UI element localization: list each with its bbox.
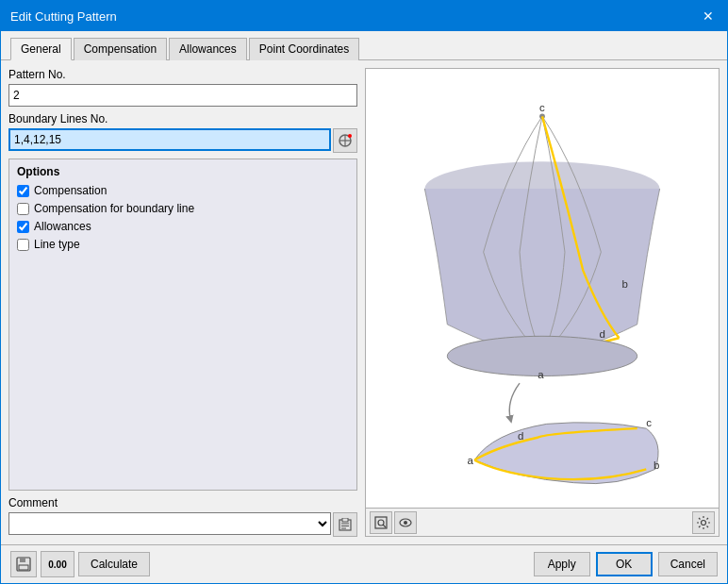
value-icon-button[interactable]: 0.00: [41, 551, 74, 577]
right-panel: c b d a: [365, 68, 720, 537]
bottom-bar-left: 0.00 Calculate: [10, 551, 150, 577]
arrow-group: [509, 383, 520, 419]
zoom-extents-icon: [373, 515, 389, 530]
comment-section: Comment: [8, 496, 357, 537]
svg-text:c: c: [539, 102, 545, 113]
tab-compensation[interactable]: Compensation: [74, 38, 167, 60]
preview-svg: c b d a: [366, 69, 719, 508]
value-label: 0.00: [48, 559, 66, 570]
svg-point-24: [404, 521, 407, 525]
svg-rect-27: [20, 558, 25, 562]
comment-row: [8, 512, 357, 537]
settings-icon: [696, 515, 711, 530]
clipboard-icon: [338, 518, 353, 531]
title-bar: Edit Cutting Pattern ✕: [1, 1, 727, 31]
pattern-no-label: Pattern No.: [8, 68, 357, 81]
allowances-checkbox[interactable]: [17, 221, 29, 233]
pattern-no-input[interactable]: [8, 84, 357, 107]
svg-text:d: d: [599, 328, 604, 340]
checkbox-compensation-row: Compensation: [17, 184, 349, 197]
compensation-label[interactable]: Compensation: [34, 184, 107, 197]
eye-icon: [398, 515, 413, 530]
calculate-button[interactable]: Calculate: [78, 552, 150, 576]
pick-icon: [338, 133, 353, 148]
preview-toolbar: [366, 508, 719, 536]
dialog-title: Edit Cutting Pattern: [10, 9, 117, 24]
pattern-no-group: Pattern No.: [8, 68, 357, 107]
ok-button[interactable]: OK: [596, 552, 653, 576]
close-button[interactable]: ✕: [699, 7, 718, 25]
bottom-bar-right: Apply OK Cancel: [534, 552, 718, 576]
bottom-shape-group: c b a d: [467, 417, 659, 483]
svg-text:a: a: [467, 455, 473, 466]
save-icon: [15, 556, 32, 573]
boundary-lines-input[interactable]: [8, 128, 331, 151]
boundary-label[interactable]: Compensation for boundary line: [34, 202, 194, 215]
boundary-lines-label: Boundary Lines No.: [8, 112, 357, 125]
content-area: Pattern No. Boundary Lines No.: [1, 60, 727, 544]
boundary-lines-group: Boundary Lines No.: [8, 112, 357, 153]
comment-select[interactable]: [8, 512, 331, 535]
boundary-lines-row: [8, 128, 357, 153]
left-panel: Pattern No. Boundary Lines No.: [8, 68, 357, 537]
checkbox-allowances-row: Allowances: [17, 220, 349, 233]
allowances-label[interactable]: Allowances: [34, 220, 91, 233]
zoom-extents-button[interactable]: [370, 511, 392, 534]
preview-area: c b d a: [366, 69, 719, 508]
svg-text:d: d: [518, 430, 523, 442]
boundary-checkbox[interactable]: [17, 203, 29, 215]
render-settings-button[interactable]: [692, 511, 715, 534]
tab-general[interactable]: General: [10, 38, 72, 60]
linetype-label[interactable]: Line type: [34, 238, 80, 251]
svg-line-22: [383, 525, 386, 527]
view-settings-button[interactable]: [394, 511, 417, 534]
save-icon-button[interactable]: [10, 551, 37, 577]
boundary-pick-button[interactable]: [333, 128, 357, 153]
options-title: Options: [17, 165, 349, 178]
top-shape-group: c b d a: [424, 102, 659, 381]
compensation-checkbox[interactable]: [17, 185, 29, 197]
tab-point-coordinates[interactable]: Point Coordinates: [249, 38, 359, 60]
svg-rect-5: [342, 518, 348, 522]
bottom-bar: 0.00 Calculate Apply OK Cancel: [1, 544, 727, 583]
svg-point-3: [348, 134, 352, 138]
options-group: Options Compensation Compensation for bo…: [8, 159, 357, 491]
comment-pick-button[interactable]: [333, 512, 357, 537]
cancel-button[interactable]: Cancel: [658, 552, 718, 576]
linetype-checkbox[interactable]: [17, 239, 29, 251]
checkbox-linetype-row: Line type: [17, 238, 349, 251]
tab-allowances[interactable]: Allowances: [169, 38, 247, 60]
svg-rect-28: [19, 565, 28, 570]
svg-point-25: [702, 520, 706, 525]
comment-label: Comment: [8, 496, 357, 509]
svg-text:b: b: [654, 459, 659, 471]
tabs-bar: General Compensation Allowances Point Co…: [1, 31, 727, 60]
svg-text:c: c: [646, 417, 652, 428]
svg-text:b: b: [621, 279, 627, 291]
svg-text:a: a: [538, 369, 544, 380]
checkbox-boundary-row: Compensation for boundary line: [17, 202, 349, 215]
apply-button[interactable]: Apply: [534, 552, 590, 576]
